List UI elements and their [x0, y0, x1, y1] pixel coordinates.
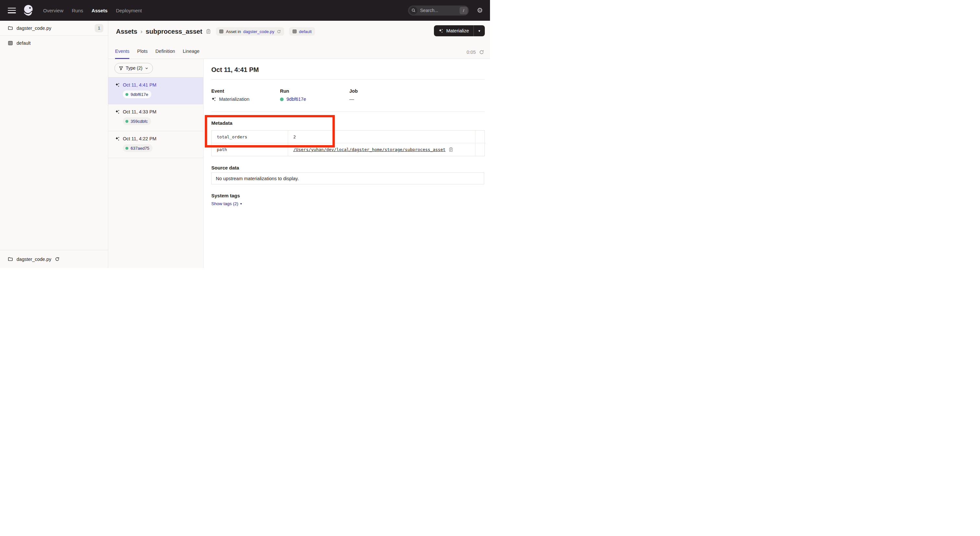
sidebar-bottom-dock: dagster_code.py [0, 250, 108, 268]
event-detail-heading: Oct 11, 4:41 PM [211, 66, 485, 73]
event-list-item[interactable]: Oct 11, 4:33 PM 359cdbfc [108, 104, 203, 131]
run-id-label: 9dbf617e [130, 92, 148, 97]
event-list-panel: Type (2) Oct 11, 4:41 PM [108, 59, 204, 268]
dagster-app: Overview Runs Assets Deployment / ⚙ dags… [0, 0, 490, 268]
materialize-dropdown-button[interactable]: ▾ [474, 29, 485, 33]
code-location-sidebar: dagster_code.py 1 default dagster_code.p… [0, 21, 108, 268]
tab-lineage[interactable]: Lineage [183, 49, 200, 59]
materialize-button[interactable]: Materialize [434, 28, 474, 33]
nav-item-runs[interactable]: Runs [72, 8, 83, 13]
show-tags-toggle[interactable]: Show tags (2) ▾ [211, 201, 242, 206]
nav-item-overview[interactable]: Overview [43, 8, 64, 13]
type-filter-button[interactable]: Type (2) [115, 63, 153, 73]
event-timestamp-link[interactable]: Oct 11, 4:22 PM [123, 136, 156, 141]
repo-grid-icon [8, 40, 13, 46]
source-data-empty-message: No upstream materializations to display. [216, 176, 299, 181]
materialize-split-button: Materialize ▾ [434, 25, 485, 36]
run-id-pill[interactable]: 637aed75 [123, 144, 153, 152]
group-tag: default [289, 27, 315, 36]
nav-item-assets[interactable]: Assets [92, 8, 108, 13]
copy-path-icon[interactable] [449, 147, 453, 152]
job-label: Job [349, 89, 485, 94]
group-default-link[interactable]: default [299, 29, 312, 34]
nav-item-deployment[interactable]: Deployment [116, 8, 142, 13]
sidebar-item-code-location[interactable]: dagster_code.py 1 [0, 21, 108, 36]
asset-count-badge: 1 [95, 24, 103, 32]
bottom-code-location-label: dagster_code.py [16, 257, 51, 262]
type-filter-label: Type (2) [126, 65, 142, 71]
metadata-key-cell: total_orders [212, 130, 288, 143]
top-navigation-bar: Overview Runs Assets Deployment / ⚙ [0, 0, 490, 21]
chevron-down-icon [145, 67, 148, 70]
refresh-icon[interactable] [479, 49, 484, 55]
run-status-dot [126, 147, 128, 150]
materialize-label: Materialize [446, 28, 469, 33]
event-timestamp-link[interactable]: Oct 11, 4:33 PM [123, 109, 156, 115]
divider [211, 80, 485, 80]
copy-asset-name-icon[interactable] [206, 29, 211, 34]
metadata-value-cell: 2 [288, 130, 476, 143]
materialization-sparkle-icon [115, 110, 120, 115]
code-location-link[interactable]: dagster_code.py [243, 29, 274, 34]
tab-definition[interactable]: Definition [156, 49, 175, 59]
dagster-logo-icon[interactable] [22, 3, 35, 17]
system-tags-heading: System tags [211, 193, 485, 198]
hamburger-menu-icon[interactable] [8, 8, 16, 13]
asset-tabs: Events Plots Definition Lineage [115, 49, 200, 59]
refresh-location-icon[interactable] [277, 30, 281, 34]
run-id-link[interactable]: 9dbf617e [286, 97, 306, 102]
funnel-icon [119, 66, 123, 70]
divider [211, 111, 485, 112]
tab-events[interactable]: Events [115, 49, 129, 59]
event-type-value: Materialization [219, 97, 250, 102]
sidebar-item-default-group[interactable]: default [0, 36, 108, 51]
event-summary-col: Event Materialization [211, 89, 280, 102]
materialization-sparkle-icon [115, 83, 120, 87]
reload-code-location-icon[interactable] [55, 257, 60, 261]
job-summary-col: Job — [349, 89, 485, 102]
run-summary-col: Run 9dbf617e [280, 89, 349, 102]
event-timestamp-link[interactable]: Oct 11, 4:41 PM [123, 82, 156, 87]
breadcrumb: Assets › subprocess_asset Asset in dagst… [108, 21, 490, 36]
asset-page-header: Assets › subprocess_asset Asset in dagst… [108, 21, 490, 59]
show-tags-label: Show tags (2) [211, 201, 238, 206]
run-label: Run [280, 89, 349, 94]
events-content: Type (2) Oct 11, 4:41 PM [108, 59, 490, 268]
source-data-empty-box: No upstream materializations to display. [211, 172, 484, 184]
tab-plots[interactable]: Plots [137, 49, 148, 59]
materialization-sparkle-icon [211, 97, 216, 102]
breadcrumb-separator: › [140, 28, 143, 35]
job-value: — [349, 97, 354, 102]
run-status-dot [126, 120, 128, 123]
event-detail-panel: Oct 11, 4:41 PM Event Materialization [204, 59, 490, 268]
metadata-spacer-cell [476, 130, 486, 143]
caret-down-icon: ▾ [240, 202, 242, 205]
repo-grid-icon [292, 29, 297, 34]
folder-icon [8, 25, 13, 31]
gear-icon[interactable]: ⚙ [477, 6, 483, 14]
run-id-pill[interactable]: 359cdbfc [123, 117, 151, 125]
run-id-label: 637aed75 [130, 146, 150, 151]
event-summary: Event Materialization Run 9dbf617e [211, 89, 485, 102]
global-search[interactable]: / [408, 5, 469, 16]
refresh-timer: 0:05 [467, 49, 484, 55]
topnav-right-cluster: / ⚙ [408, 5, 485, 16]
search-shortcut-badge: / [460, 7, 468, 14]
metadata-table: total_orders 2 path /Users/yuhan/dev/loc… [211, 130, 485, 156]
event-list-item[interactable]: Oct 11, 4:41 PM 9dbf617e [108, 78, 203, 104]
search-input[interactable] [417, 8, 460, 13]
main-panel: Assets › subprocess_asset Asset in dagst… [108, 21, 490, 268]
run-id-label: 359cdbfc [130, 119, 148, 124]
source-data-heading: Source data [211, 165, 485, 170]
asset-location-prefix: Asset in [226, 29, 241, 34]
sidebar-item-label: dagster_code.py [16, 25, 51, 31]
run-id-pill[interactable]: 9dbf617e [123, 91, 151, 98]
metadata-path-link[interactable]: /Users/yuhan/dev/local/dagster_home/stor… [293, 147, 445, 152]
run-status-dot [280, 97, 283, 101]
sidebar-item-label: default [16, 40, 31, 46]
event-list-item[interactable]: Oct 11, 4:22 PM 637aed75 [108, 131, 203, 158]
asset-grid-icon [219, 29, 224, 34]
breadcrumb-assets-link[interactable]: Assets [116, 28, 137, 35]
metadata-heading: Metadata [211, 120, 485, 126]
event-filter-bar: Type (2) [108, 59, 203, 78]
